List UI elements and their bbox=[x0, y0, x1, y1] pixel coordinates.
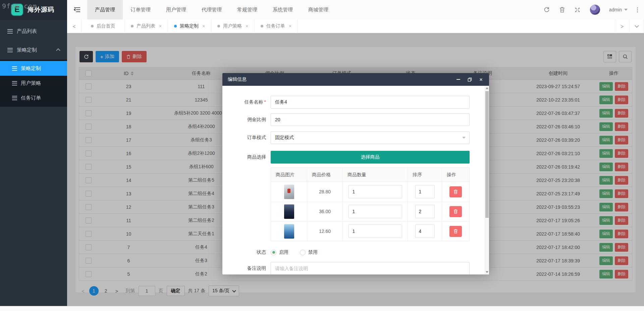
maximize-icon[interactable] bbox=[467, 77, 472, 82]
tab-item[interactable]: 产品列表× bbox=[125, 19, 168, 33]
product-thumbnail bbox=[284, 185, 294, 199]
list-icon bbox=[7, 29, 13, 34]
product-quantity-cell bbox=[343, 202, 408, 221]
sidebar-group-strategy[interactable]: 策略定制 bbox=[0, 42, 67, 58]
remark-label: 备注说明 bbox=[222, 265, 266, 271]
trash-icon[interactable] bbox=[559, 6, 566, 13]
dialog-titlebar[interactable]: 编辑信息 × bbox=[222, 73, 489, 86]
product-price-cell: 36.00 bbox=[307, 202, 343, 221]
radio-label: 禁用 bbox=[308, 249, 318, 255]
list-icon bbox=[12, 81, 17, 85]
dialog-window-buttons: × bbox=[455, 77, 484, 82]
product-quantity-cell bbox=[343, 222, 408, 241]
status-label: 状态 bbox=[222, 249, 266, 255]
status-radio-option[interactable]: 禁用 bbox=[300, 249, 318, 255]
tab-dot-icon bbox=[261, 25, 263, 27]
topnav-item[interactable]: 系统管理 bbox=[265, 0, 301, 19]
remark-input[interactable] bbox=[271, 262, 470, 274]
scrollbar-thumb[interactable] bbox=[485, 91, 489, 218]
minimize-icon[interactable] bbox=[455, 77, 461, 82]
sidebar-group-label: 策略定制 bbox=[17, 47, 37, 53]
topnav-item[interactable]: 代理管理 bbox=[194, 0, 229, 19]
required-mark: * bbox=[264, 99, 266, 105]
tabs-scroll-left-icon[interactable]: < bbox=[67, 19, 82, 33]
tab-dot-icon bbox=[174, 25, 177, 27]
tabs-scroll-right-icon[interactable]: > bbox=[615, 19, 629, 33]
user-menu[interactable]: admin bbox=[609, 7, 628, 12]
tab-close-icon[interactable]: × bbox=[289, 24, 291, 28]
product-price-cell: 12.60 bbox=[307, 222, 343, 241]
form-row-order-mode: 订单模式 bbox=[222, 131, 470, 144]
tab-dot-icon bbox=[131, 25, 133, 27]
topnav-item[interactable]: 订单管理 bbox=[123, 0, 158, 19]
order-mode-select[interactable] bbox=[271, 131, 470, 144]
product-price-cell: 28.80 bbox=[307, 182, 343, 201]
remove-product-button[interactable] bbox=[449, 206, 462, 217]
product-header-cell: 操作 bbox=[442, 168, 469, 182]
menu-fold-icon[interactable] bbox=[67, 0, 87, 19]
product-table: 商品图片商品价格商品数量排序操作 28.8036.0012.60 bbox=[271, 168, 470, 241]
sort-input[interactable] bbox=[415, 205, 435, 218]
sidebar-subitem[interactable]: 策略定制 bbox=[0, 61, 67, 76]
tabs-menu-icon[interactable] bbox=[629, 19, 644, 33]
scroll-down-icon[interactable] bbox=[486, 271, 488, 273]
remove-product-button[interactable] bbox=[449, 186, 462, 197]
tab-item[interactable]: 用户策略× bbox=[211, 19, 255, 33]
radio-icon[interactable] bbox=[300, 250, 306, 255]
sidebar-submenu: 策略定制用户策略任务订单 bbox=[0, 60, 67, 107]
product-action-cell bbox=[442, 222, 469, 241]
tab-close-icon[interactable]: × bbox=[159, 24, 162, 28]
sidebar-subitem[interactable]: 用户策略 bbox=[0, 76, 67, 90]
sidebar-subitem-label: 用户策略 bbox=[21, 80, 41, 86]
brand-icon: E bbox=[11, 4, 23, 15]
commission-label: 佣金比例 bbox=[222, 117, 266, 123]
choose-product-button[interactable]: 选择商品 bbox=[271, 151, 470, 164]
user-avatar[interactable] bbox=[590, 4, 600, 15]
tab-close-icon[interactable]: × bbox=[202, 24, 205, 28]
task-name-input[interactable] bbox=[271, 96, 470, 109]
tab-dot-icon bbox=[91, 25, 94, 27]
topnav-item[interactable]: 常规管理 bbox=[229, 0, 265, 19]
topnav-item[interactable]: 商城管理 bbox=[301, 0, 336, 19]
commission-input[interactable] bbox=[271, 113, 470, 126]
product-select-label: 商品选择 bbox=[222, 154, 266, 160]
sort-input[interactable] bbox=[415, 185, 435, 198]
radio-icon[interactable] bbox=[271, 250, 276, 255]
close-icon[interactable]: × bbox=[478, 77, 484, 82]
dialog-scrollbar[interactable] bbox=[485, 86, 489, 274]
tab-bar: < 后台首页产品列表×策略定制×用户策略×任务订单× > bbox=[67, 19, 644, 33]
tab-item[interactable]: 后台首页 bbox=[82, 19, 125, 33]
quantity-input[interactable] bbox=[348, 225, 402, 238]
tab-item[interactable]: 策略定制× bbox=[168, 19, 211, 33]
scroll-up-icon[interactable] bbox=[486, 87, 488, 89]
sort-input[interactable] bbox=[415, 225, 435, 238]
order-mode-label: 订单模式 bbox=[222, 135, 266, 141]
tab-close-icon[interactable]: × bbox=[246, 24, 248, 28]
quantity-input[interactable] bbox=[348, 205, 402, 218]
form-row-commission: 佣金比例 bbox=[222, 113, 470, 126]
brand-logo[interactable]: E 海外源码 bbox=[0, 0, 67, 19]
top-header: 产品管理订单管理用户管理代理管理常规管理系统管理商城管理 bbox=[67, 0, 644, 20]
sidebar-subitem[interactable]: 任务订单 bbox=[0, 90, 67, 105]
fullscreen-icon[interactable] bbox=[574, 6, 581, 13]
product-row: 12.60 bbox=[271, 222, 469, 241]
tab-label: 任务订单 bbox=[266, 23, 285, 29]
product-sort-cell bbox=[408, 182, 442, 201]
remove-product-button[interactable] bbox=[449, 226, 462, 237]
product-header-cell: 排序 bbox=[408, 168, 442, 182]
topnav-item[interactable]: 产品管理 bbox=[87, 0, 123, 19]
tab-label: 后台首页 bbox=[97, 23, 115, 29]
sidebar-item-label: 产品列表 bbox=[17, 28, 37, 35]
sidebar-item-product-list[interactable]: 产品列表 bbox=[0, 23, 67, 39]
form-row-task-name: 任务名称* bbox=[222, 96, 470, 109]
list-icon bbox=[7, 48, 13, 52]
refresh-icon[interactable] bbox=[543, 6, 550, 13]
horizontal-scrollbar[interactable] bbox=[0, 306, 644, 311]
list-icon bbox=[12, 66, 17, 71]
tab-item[interactable]: 任务订单× bbox=[255, 19, 298, 33]
topnav-item[interactable]: 用户管理 bbox=[158, 0, 194, 19]
status-radio-option[interactable]: 启用 bbox=[271, 249, 288, 255]
status-radio-group: 启用禁用 bbox=[271, 249, 318, 255]
more-options-icon[interactable] bbox=[636, 7, 639, 13]
quantity-input[interactable] bbox=[348, 185, 402, 198]
